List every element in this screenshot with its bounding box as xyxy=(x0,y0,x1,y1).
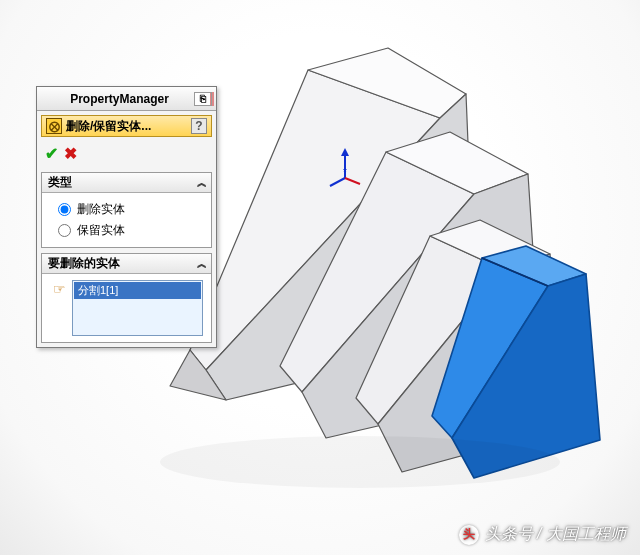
list-item[interactable]: 分割1[1] xyxy=(74,282,201,299)
radio-keep-input[interactable] xyxy=(58,224,71,237)
type-group-title: 类型 xyxy=(48,174,72,191)
feature-header: ⨂ 删除/保留实体... ? xyxy=(41,115,212,137)
bodies-selection-list[interactable]: 分割1[1] xyxy=(72,280,203,336)
pointer-icon: ☞ xyxy=(50,280,68,298)
delete-body-icon: ⨂ xyxy=(46,118,62,134)
radio-delete-bodies[interactable]: 删除实体 xyxy=(50,199,203,220)
feature-name: 删除/保留实体... xyxy=(66,118,187,135)
watermark-text: 头条号 / 大国工程师 xyxy=(485,524,626,545)
watermark-logo-icon: 头 xyxy=(459,525,479,545)
radio-keep-label: 保留实体 xyxy=(77,222,125,239)
bodies-group-header[interactable]: 要删除的实体 ︽ xyxy=(42,254,211,274)
watermark: 头 头条号 / 大国工程师 xyxy=(459,524,626,545)
radio-keep-bodies[interactable]: 保留实体 xyxy=(50,220,203,241)
type-group-header[interactable]: 类型 ︽ xyxy=(42,173,211,193)
ok-button[interactable]: ✔ xyxy=(45,144,58,163)
property-manager-panel: PropertyManager ⎘ ⨂ 删除/保留实体... ? ✔ ✖ 类型 … xyxy=(36,86,217,348)
radio-delete-input[interactable] xyxy=(58,203,71,216)
confirm-row: ✔ ✖ xyxy=(41,142,212,167)
bodies-group: 要删除的实体 ︽ ☞ 分割1[1] xyxy=(41,253,212,343)
pm-titlebar: PropertyManager ⎘ xyxy=(37,87,216,111)
pin-icon[interactable]: ⎘ xyxy=(194,92,212,106)
type-group: 类型 ︽ 删除实体 保留实体 xyxy=(41,172,212,248)
help-button[interactable]: ? xyxy=(191,118,207,134)
pm-title: PropertyManager xyxy=(45,92,194,106)
chevron-up-icon: ︽ xyxy=(197,179,205,187)
chevron-up-icon: ︽ xyxy=(197,260,205,268)
bodies-group-title: 要删除的实体 xyxy=(48,255,120,272)
radio-delete-label: 删除实体 xyxy=(77,201,125,218)
cancel-button[interactable]: ✖ xyxy=(64,144,77,163)
svg-point-14 xyxy=(160,436,560,488)
